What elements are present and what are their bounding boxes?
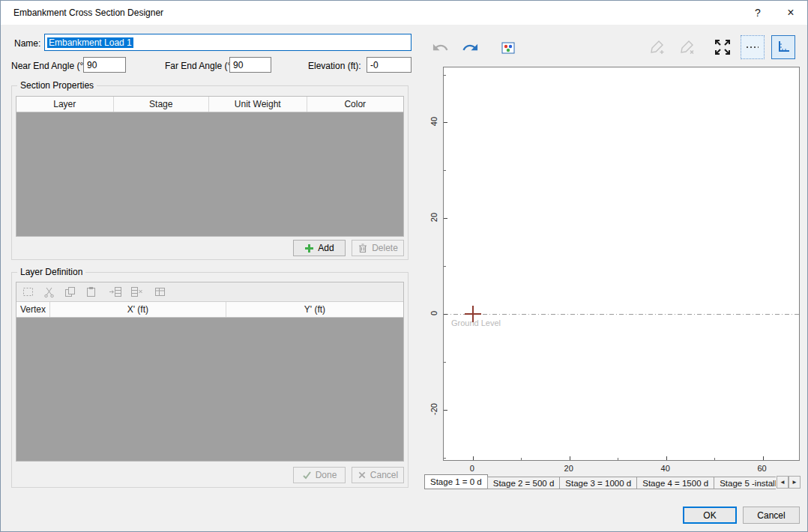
dotted-line-toggle-icon (745, 40, 760, 55)
y-axis-minor-tick (444, 362, 446, 363)
column-header-vertex[interactable]: Vertex (16, 302, 50, 317)
help-button[interactable]: ? (741, 1, 774, 25)
y-tick-label: 0 (429, 311, 438, 315)
x-tick-label: 20 (564, 464, 573, 473)
layer-definition-table: Vertex X' (ft) Y' (ft) (16, 282, 404, 462)
section-properties-table-body (16, 112, 403, 236)
table-button[interactable] (153, 285, 167, 299)
column-header-layer[interactable]: Layer (16, 97, 114, 112)
column-header-y[interactable]: Y' (ft) (226, 302, 403, 317)
section-properties-title: Section Properties (17, 80, 97, 91)
select-rectangle-button[interactable] (21, 285, 35, 299)
zoom-extents-button[interactable] (711, 35, 735, 59)
cut-icon (43, 285, 55, 298)
plot-wrap: Ground Level 0204060-2002040 (424, 65, 801, 474)
x-tick-label: 60 (758, 464, 767, 473)
y-tick-label: 20 (429, 213, 438, 222)
stage-tab-5-label: Stage 5 -install side (720, 479, 776, 488)
delete-button[interactable]: Delete (352, 240, 404, 256)
trash-icon (358, 243, 368, 253)
add-point-button[interactable] (646, 36, 669, 58)
x-axis-tick (570, 456, 570, 460)
y-axis-tick (444, 218, 447, 219)
done-button[interactable]: Done (293, 467, 346, 483)
y-tick-label: -20 (429, 403, 438, 415)
close-button[interactable]: × (774, 1, 807, 25)
delete-button-label: Delete (372, 243, 398, 253)
copy-button[interactable] (63, 285, 77, 299)
y-tick-label: 40 (429, 117, 438, 126)
column-header-stage[interactable]: Stage (114, 97, 210, 112)
undo-button[interactable] (429, 36, 451, 58)
copy-icon (64, 285, 76, 298)
near-end-angle-input[interactable] (83, 57, 126, 73)
column-header-color[interactable]: Color (307, 97, 404, 112)
cancel-button[interactable]: Cancel (743, 507, 800, 524)
y-axis-minor-tick (444, 75, 446, 76)
column-header-x[interactable]: X' (ft) (50, 302, 226, 317)
cancel-button-label: Cancel (757, 510, 785, 521)
x-axis-minor-tick (521, 458, 522, 460)
stage-tab-3[interactable]: Stage 3 = 1000 d (559, 477, 637, 489)
stage-tab-1-label: Stage 1 = 0 d (430, 477, 482, 486)
dotted-line-toggle-button[interactable] (741, 35, 765, 59)
tab-scroll-left-button[interactable]: ◄ (777, 476, 789, 489)
name-input[interactable]: Embankment Load 1 (44, 34, 411, 51)
name-label: Name: (14, 38, 40, 49)
redo-button[interactable] (459, 36, 481, 58)
far-end-angle-input[interactable] (229, 57, 271, 73)
elevation-label: Elevation (ft): (308, 61, 361, 71)
layer-cancel-button[interactable]: Cancel (352, 467, 404, 483)
column-header-unit-weight[interactable]: Unit Weight (209, 97, 307, 112)
stage-tab-4[interactable]: Stage 4 = 1500 d (636, 477, 714, 489)
embankment-cross-section-designer-dialog: Embankment Cross Section Designer ? × Na… (0, 0, 808, 532)
layer-definition-toolbar (16, 282, 403, 302)
near-end-angle-label: Near End Angle (°): (11, 61, 89, 71)
color-palette-icon (500, 40, 516, 56)
layer-definition-header: Vertex X' (ft) Y' (ft) (16, 302, 403, 318)
y-axis-tick (444, 122, 447, 123)
x-axis-minor-tick (618, 458, 618, 460)
delete-point-button[interactable] (676, 36, 699, 58)
undo-icon (432, 39, 449, 56)
y-axis-tick (444, 314, 447, 315)
stage-tabs: Stage 1 = 0 d Stage 2 = 500 d Stage 3 = … (424, 474, 776, 489)
add-button[interactable]: Add (293, 240, 346, 256)
stage-tab-2-label: Stage 2 = 500 d (493, 479, 555, 488)
paste-button[interactable] (84, 285, 98, 299)
stage-tab-5[interactable]: Stage 5 -install side (714, 477, 776, 489)
elevation-input[interactable] (367, 57, 411, 73)
x-axis-tick (473, 456, 474, 460)
cut-button[interactable] (42, 285, 56, 299)
select-rectangle-icon (22, 285, 34, 298)
stage-tab-bar: Stage 1 = 0 d Stage 2 = 500 d Stage 3 = … (424, 474, 801, 489)
plot-area[interactable]: Ground Level (443, 67, 800, 461)
window-title: Embankment Cross Section Designer (13, 7, 163, 18)
x-tick-label: 40 (661, 464, 670, 473)
far-end-angle-label: Far End Angle (°): (165, 61, 237, 71)
origin-crosshair (465, 306, 481, 322)
x-tick-label: 0 (470, 464, 474, 473)
add-point-icon (649, 39, 666, 55)
section-properties-table: Layer Stage Unit Weight Color (16, 96, 404, 237)
axes-toggle-button[interactable] (771, 35, 795, 59)
titlebar: Embankment Cross Section Designer ? × (1, 1, 807, 25)
x-axis-tick (763, 456, 764, 460)
add-button-label: Add (318, 243, 334, 253)
ok-button[interactable]: OK (683, 507, 737, 524)
stage-tab-1[interactable]: Stage 1 = 0 d (424, 474, 488, 489)
delete-row-button[interactable] (129, 285, 143, 299)
insert-row-button[interactable] (108, 285, 122, 299)
tab-scroll-right-button[interactable]: ► (789, 476, 801, 489)
paste-icon (85, 285, 97, 298)
check-icon (302, 471, 312, 480)
layer-definition-table-body (16, 318, 403, 461)
copy-image-button[interactable] (497, 37, 519, 59)
delete-row-icon (130, 285, 143, 298)
tab-prev-icon: ◄ (780, 479, 786, 486)
stage-tab-4-label: Stage 4 = 1500 d (642, 479, 708, 488)
delete-point-icon (679, 39, 696, 55)
stage-tab-2[interactable]: Stage 2 = 500 d (487, 477, 561, 489)
insert-row-icon (109, 285, 122, 298)
axes-toggle-icon (776, 40, 791, 55)
